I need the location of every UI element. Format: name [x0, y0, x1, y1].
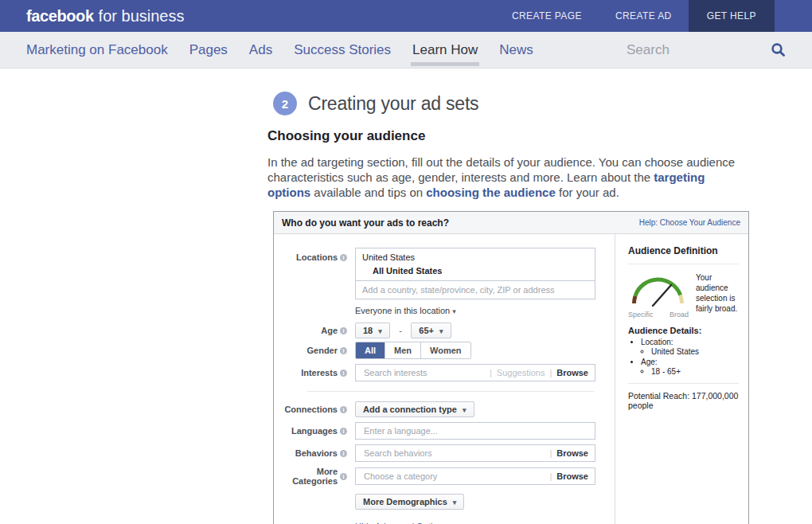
connections-row: Connections i Add a connection type	[274, 401, 615, 417]
divider	[307, 391, 594, 392]
ad-targeting-screenshot: Who do you want your ads to reach? Help:…	[273, 211, 749, 524]
nav-marketing-on-facebook[interactable]: Marketing on Facebook	[26, 32, 168, 68]
info-icon[interactable]: i	[340, 370, 347, 377]
info-icon[interactable]: i	[340, 254, 347, 261]
create-page-link[interactable]: CREATE PAGE	[495, 0, 599, 32]
gauge-needle-icon	[653, 285, 671, 306]
location-scope-dropdown[interactable]: Everyone in this location	[355, 306, 595, 315]
main-content: 2 Creating your ad sets Choosing your au…	[0, 92, 812, 524]
browse-interests-link[interactable]: Browse	[556, 368, 588, 377]
interests-label: Interests i	[274, 368, 347, 377]
caret-down-icon	[439, 326, 443, 335]
adtool-body: Locations i United States All United Sta…	[274, 234, 748, 524]
languages-row: Languages i	[274, 422, 615, 440]
list-item: Age: 18 - 65+	[641, 358, 739, 376]
section-subtitle: Choosing your audience	[267, 128, 812, 144]
caret-down-icon	[453, 497, 457, 506]
search-icon[interactable]	[771, 42, 786, 57]
gender-row: Gender i All Men Women	[274, 342, 615, 359]
help-choose-audience-link[interactable]: Help: Choose Your Audience	[639, 218, 740, 227]
nav-pages[interactable]: Pages	[189, 32, 228, 68]
info-icon[interactable]: i	[340, 428, 347, 435]
facebook-logo[interactable]: facebook for business	[26, 7, 184, 25]
get-help-link[interactable]: GET HELP	[689, 0, 775, 32]
info-icon[interactable]: i	[340, 327, 347, 334]
step-number-badge: 2	[273, 92, 297, 115]
locations-box: United States All United States	[355, 248, 595, 299]
behaviors-search-input[interactable]	[362, 448, 549, 459]
locations-label: Locations i	[274, 252, 347, 262]
page-title: Creating your ad sets	[308, 93, 478, 115]
divider: |	[490, 368, 492, 377]
selected-location[interactable]: United States	[362, 252, 588, 262]
nav-news[interactable]: News	[499, 32, 533, 68]
interests-search-input[interactable]	[362, 367, 490, 378]
logo-for-business-text: for business	[99, 7, 185, 25]
location-search-input[interactable]	[356, 281, 595, 299]
list-item: 18 - 65+	[651, 367, 739, 376]
gender-option-all[interactable]: All	[356, 342, 385, 358]
adtool-title: Who do you want your ads to reach?	[282, 217, 449, 229]
create-ad-link[interactable]: CREATE AD	[599, 0, 689, 32]
divider: |	[549, 448, 552, 458]
nav-success-stories[interactable]: Success Stories	[294, 32, 391, 68]
intro-text-2: available and tips on	[310, 186, 426, 199]
selected-location-detail[interactable]: All United States	[362, 266, 588, 276]
interests-row: Interests i | Suggestions | Browse	[274, 364, 615, 381]
behaviors-label: Behaviors i	[274, 448, 347, 458]
gender-label: Gender i	[274, 346, 347, 355]
adtool-header: Who do you want your ads to reach? Help:…	[274, 212, 748, 234]
gauge-broad-label: Broad	[670, 311, 689, 319]
nav-ads[interactable]: Ads	[249, 32, 272, 68]
gender-segmented-control: All Men Women	[355, 342, 471, 359]
languages-field	[355, 422, 595, 440]
more-categories-label: More Categories i	[274, 467, 347, 486]
behaviors-row: Behaviors i | Browse	[274, 444, 615, 462]
search-input[interactable]	[625, 41, 764, 59]
audience-selection-note: Your audience selection is fairly broad.	[696, 272, 739, 319]
step-heading: 2 Creating your ad sets	[273, 92, 812, 115]
age-min-dropdown[interactable]: 18	[355, 323, 390, 338]
gauge-specific-label: Specific	[628, 311, 654, 319]
more-demographics-button[interactable]: More Demographics	[355, 494, 464, 510]
languages-label: Languages i	[274, 426, 347, 436]
more-categories-row: More Categories i | Browse	[274, 467, 615, 486]
caret-down-icon	[452, 306, 456, 315]
info-icon[interactable]: i	[340, 473, 347, 480]
list-item: Location: United States	[641, 338, 739, 356]
audience-details-list: Location: United States Age: 18 - 65+	[628, 338, 739, 376]
divider	[628, 264, 739, 264]
list-item: United States	[651, 347, 739, 356]
choosing-audience-link[interactable]: choosing the audience	[426, 186, 556, 199]
browse-categories-link[interactable]: Browse	[556, 471, 588, 481]
connections-label: Connections i	[274, 405, 347, 414]
behaviors-field: | Browse	[355, 444, 595, 462]
audience-definition-title: Audience Definition	[628, 245, 739, 256]
nav-learn-how[interactable]: Learn How	[412, 32, 478, 68]
add-connection-type-button[interactable]: Add a connection type	[355, 401, 474, 417]
caret-down-icon	[378, 326, 382, 335]
age-label: Age i	[274, 326, 347, 335]
info-icon[interactable]: i	[340, 406, 347, 413]
divider: |	[549, 471, 552, 481]
age-max-dropdown[interactable]: 65+	[411, 323, 451, 338]
gender-option-men[interactable]: Men	[385, 342, 420, 358]
topnav-links: CREATE PAGE CREATE AD GET HELP	[495, 0, 812, 32]
top-navbar: facebook for business CREATE PAGE CREATE…	[0, 0, 812, 32]
divider	[628, 383, 739, 384]
locations-row: Locations i United States All United Sta…	[274, 248, 615, 315]
secondary-nav: Marketing on Facebook Pages Ads Success …	[0, 32, 812, 68]
info-icon[interactable]: i	[340, 450, 347, 457]
intro-text-3: for your ad.	[556, 186, 619, 199]
gender-option-women[interactable]: Women	[420, 342, 470, 358]
interests-field: | Suggestions | Browse	[355, 364, 595, 381]
divider: |	[549, 368, 552, 377]
audience-definition-panel: Audience Definition Specific Broad	[615, 234, 748, 524]
browse-behaviors-link[interactable]: Browse	[556, 448, 588, 458]
more-categories-input[interactable]	[362, 471, 549, 482]
suggestions-link[interactable]: Suggestions	[497, 368, 545, 377]
targeting-form: Locations i United States All United Sta…	[274, 234, 615, 524]
audience-gauge	[628, 272, 689, 307]
info-icon[interactable]: i	[340, 347, 347, 354]
languages-input[interactable]	[362, 425, 588, 436]
